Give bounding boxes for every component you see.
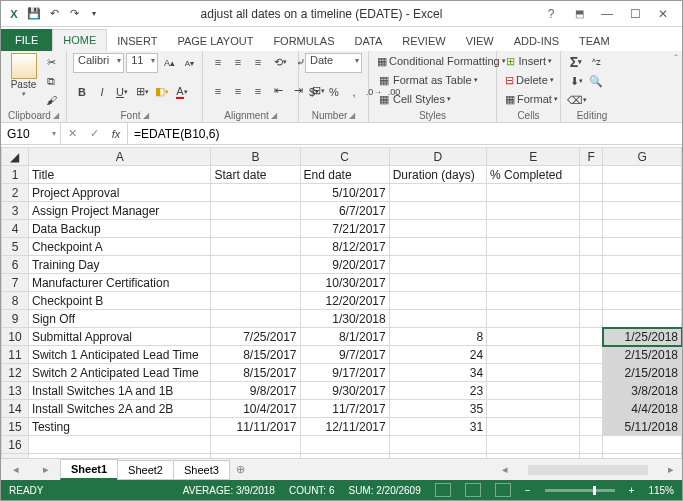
cell-B8[interactable]	[211, 292, 300, 310]
cell-G9[interactable]	[603, 310, 682, 328]
cell-B9[interactable]	[211, 310, 300, 328]
cell-G6[interactable]	[603, 256, 682, 274]
cell-C15[interactable]: 12/11/2017	[300, 418, 389, 436]
cell-C5[interactable]: 8/12/2017	[300, 238, 389, 256]
cell-F3[interactable]	[580, 202, 603, 220]
cell-G4[interactable]	[603, 220, 682, 238]
zoom-in-icon[interactable]: +	[629, 485, 635, 496]
cell-F8[interactable]	[580, 292, 603, 310]
cell-D11[interactable]: 24	[389, 346, 486, 364]
cell-G8[interactable]	[603, 292, 682, 310]
cell-E15[interactable]	[487, 418, 580, 436]
cell-C2[interactable]: 5/10/2017	[300, 184, 389, 202]
cell-E1[interactable]: % Completed	[487, 166, 580, 184]
cell-C4[interactable]: 7/21/2017	[300, 220, 389, 238]
row-header-9[interactable]: 9	[2, 310, 29, 328]
font-size-select[interactable]: 11	[126, 53, 158, 73]
cell-D4[interactable]	[389, 220, 486, 238]
cell-E7[interactable]	[487, 274, 580, 292]
cell-D6[interactable]	[389, 256, 486, 274]
select-all[interactable]: ◢	[2, 148, 29, 166]
cell-C6[interactable]: 9/20/2017	[300, 256, 389, 274]
cell-A10[interactable]: Submittal Approval	[28, 328, 210, 346]
row-header-12[interactable]: 12	[2, 364, 29, 382]
cell-E12[interactable]	[487, 364, 580, 382]
cell-A6[interactable]: Training Day	[28, 256, 210, 274]
cell-A13[interactable]: Install Switches 1A and 1B	[28, 382, 210, 400]
tab-page-layout[interactable]: PAGE LAYOUT	[167, 31, 263, 51]
font-launcher-icon[interactable]: ◢	[143, 111, 149, 120]
cell-C12[interactable]: 9/17/2017	[300, 364, 389, 382]
cell-B12[interactable]: 8/15/2017	[211, 364, 300, 382]
cell-A8[interactable]: Checkpoint B	[28, 292, 210, 310]
cell-D9[interactable]	[389, 310, 486, 328]
cell-F10[interactable]	[580, 328, 603, 346]
fill-icon[interactable]: ⬇▾	[567, 72, 585, 90]
shrink-font-icon[interactable]: A▾	[180, 54, 198, 72]
view-normal-icon[interactable]	[435, 483, 451, 497]
cell-B5[interactable]	[211, 238, 300, 256]
zoom-slider[interactable]	[545, 489, 615, 492]
cell-B15[interactable]: 11/11/2017	[211, 418, 300, 436]
cell-F13[interactable]	[580, 382, 603, 400]
cell-F4[interactable]	[580, 220, 603, 238]
font-name-select[interactable]: Calibri	[73, 53, 124, 73]
cell-F1[interactable]	[580, 166, 603, 184]
cell-C10[interactable]: 8/1/2017	[300, 328, 389, 346]
cell-E4[interactable]	[487, 220, 580, 238]
cell-C8[interactable]: 12/20/2017	[300, 292, 389, 310]
cell-G10[interactable]: 1/25/2018	[603, 328, 682, 346]
cancel-formula-icon[interactable]: ✕	[61, 127, 83, 140]
cell-E8[interactable]	[487, 292, 580, 310]
cell-F2[interactable]	[580, 184, 603, 202]
cell-E3[interactable]	[487, 202, 580, 220]
hscroll-left-icon[interactable]: ◂	[502, 463, 508, 476]
cell-B14[interactable]: 10/4/2017	[211, 400, 300, 418]
cell-B2[interactable]	[211, 184, 300, 202]
cell-D14[interactable]: 35	[389, 400, 486, 418]
sort-filter-icon[interactable]: ᴬᴢ	[587, 53, 605, 71]
tab-team[interactable]: TEAM	[569, 31, 620, 51]
col-header-F[interactable]: F	[580, 148, 603, 166]
cell-E10[interactable]	[487, 328, 580, 346]
cell-B6[interactable]	[211, 256, 300, 274]
cell-F7[interactable]	[580, 274, 603, 292]
cell-E9[interactable]	[487, 310, 580, 328]
zoom-out-icon[interactable]: −	[525, 485, 531, 496]
row-header-8[interactable]: 8	[2, 292, 29, 310]
cell-B7[interactable]	[211, 274, 300, 292]
row-header-6[interactable]: 6	[2, 256, 29, 274]
row-header-3[interactable]: 3	[2, 202, 29, 220]
cell-D5[interactable]	[389, 238, 486, 256]
cell-C1[interactable]: End date	[300, 166, 389, 184]
cell-B13[interactable]: 9/8/2017	[211, 382, 300, 400]
tab-view[interactable]: VIEW	[456, 31, 504, 51]
cell-A12[interactable]: Switch 2 Anticipated Lead Time	[28, 364, 210, 382]
cell-D7[interactable]	[389, 274, 486, 292]
orientation-icon[interactable]: ⟲▾	[271, 53, 289, 71]
col-header-C[interactable]: C	[300, 148, 389, 166]
cell-G15[interactable]: 5/11/2018	[603, 418, 682, 436]
view-page-break-icon[interactable]	[495, 483, 511, 497]
cell-E11[interactable]	[487, 346, 580, 364]
delete-cells-button[interactable]: ⊟Delete▾	[503, 72, 554, 88]
clear-icon[interactable]: ⌫▾	[567, 91, 587, 109]
cell-G11[interactable]: 2/15/2018	[603, 346, 682, 364]
autosum-icon[interactable]: Σ▾	[567, 53, 585, 71]
row-header-1[interactable]: 1	[2, 166, 29, 184]
col-header-E[interactable]: E	[487, 148, 580, 166]
cell-C13[interactable]: 9/30/2017	[300, 382, 389, 400]
sheet-tab-3[interactable]: Sheet3	[173, 460, 230, 480]
align-center-icon[interactable]: ≡	[229, 82, 247, 100]
cell-A4[interactable]: Data Backup	[28, 220, 210, 238]
clipboard-launcher-icon[interactable]: ◢	[53, 111, 59, 120]
cell-F9[interactable]	[580, 310, 603, 328]
cell-A7[interactable]: Manufacturer Certification	[28, 274, 210, 292]
cell-B11[interactable]: 8/15/2017	[211, 346, 300, 364]
cell-F16[interactable]	[580, 436, 603, 454]
decrease-indent-icon[interactable]: ⇤	[269, 82, 287, 100]
row-header-5[interactable]: 5	[2, 238, 29, 256]
maximize-icon[interactable]: ☐	[624, 4, 646, 24]
cell-F14[interactable]	[580, 400, 603, 418]
col-header-B[interactable]: B	[211, 148, 300, 166]
